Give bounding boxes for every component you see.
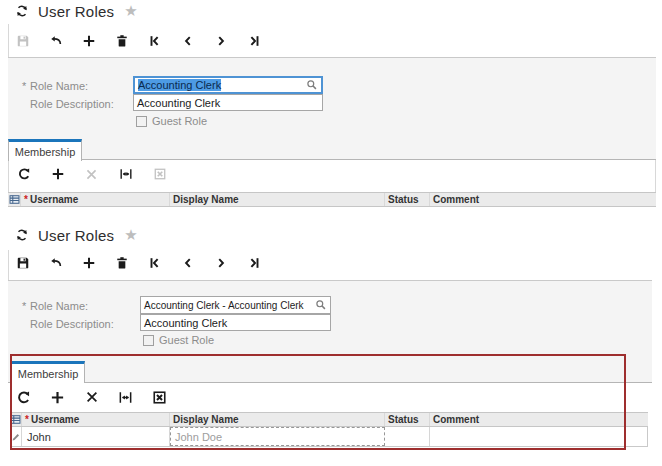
role-description-label: Role Description: xyxy=(30,318,114,330)
refresh-icon[interactable] xyxy=(15,4,29,18)
page-title-row: User Roles ★ xyxy=(15,3,138,19)
magnifier-icon[interactable] xyxy=(306,79,318,91)
cell-username[interactable]: John xyxy=(22,427,170,446)
role-description-input[interactable]: Accounting Clerk xyxy=(133,94,323,111)
delete-icon[interactable] xyxy=(114,34,129,49)
grid-export-excel-icon[interactable] xyxy=(152,390,167,405)
col-header-display-name[interactable]: Display Name xyxy=(170,193,385,206)
insert-icon[interactable] xyxy=(81,34,96,49)
role-name-selected-text: Accounting Clerk xyxy=(138,79,221,91)
col-header-comment[interactable]: Comment xyxy=(430,413,648,426)
save-icon[interactable] xyxy=(15,256,30,271)
favorite-star-icon[interactable]: ★ xyxy=(124,4,137,18)
tab-membership[interactable]: Membership xyxy=(11,361,85,383)
grid-delete-row-icon[interactable] xyxy=(84,390,99,405)
table-row: John John Doe xyxy=(10,427,648,447)
main-toolbar xyxy=(15,255,279,271)
screen: User Roles ★ xyxy=(0,0,662,466)
go-previous-icon[interactable] xyxy=(180,256,195,271)
col-header-username[interactable]: *Username xyxy=(21,193,170,206)
grid-add-row-icon[interactable] xyxy=(50,167,65,182)
panel-before: User Roles ★ xyxy=(0,0,662,215)
go-first-icon[interactable] xyxy=(147,256,162,271)
grid-delete-row-icon[interactable] xyxy=(84,167,99,182)
grid-header: *Username Display Name Status Comment xyxy=(8,192,656,207)
grid-selector-icon xyxy=(9,194,20,205)
grid-refresh-icon[interactable] xyxy=(16,167,31,182)
grid-export-excel-icon[interactable] xyxy=(152,167,167,182)
role-name-label: *Role Name: xyxy=(22,80,88,92)
role-description-label: Role Description: xyxy=(30,98,114,110)
go-last-icon[interactable] xyxy=(246,34,261,49)
grid-add-row-icon[interactable] xyxy=(50,390,65,405)
role-name-label: *Role Name: xyxy=(22,300,88,312)
undo-icon[interactable] xyxy=(48,256,63,271)
go-next-icon[interactable] xyxy=(213,34,228,49)
role-name-input[interactable]: Accounting Clerk xyxy=(133,76,323,94)
save-icon[interactable] xyxy=(15,34,30,49)
page-title: User Roles xyxy=(38,227,114,244)
col-header-comment[interactable]: Comment xyxy=(430,193,656,206)
go-first-icon[interactable] xyxy=(147,34,162,49)
insert-icon[interactable] xyxy=(81,256,96,271)
pencil-icon xyxy=(11,432,21,442)
delete-icon[interactable] xyxy=(114,256,129,271)
go-previous-icon[interactable] xyxy=(180,34,195,49)
role-description-input[interactable]: Accounting Clerk xyxy=(140,314,331,331)
row-selector-header[interactable] xyxy=(10,413,22,426)
grid-selector-icon xyxy=(10,414,21,425)
go-last-icon[interactable] xyxy=(246,256,261,271)
col-header-username[interactable]: *Username xyxy=(22,413,170,426)
cell-status[interactable] xyxy=(385,427,430,446)
magnifier-icon[interactable] xyxy=(315,299,327,311)
go-next-icon[interactable] xyxy=(213,256,228,271)
guest-role-field: Guest Role xyxy=(136,115,207,127)
col-header-status[interactable]: Status xyxy=(385,193,430,206)
guest-role-checkbox[interactable] xyxy=(143,335,154,346)
cell-comment[interactable] xyxy=(430,427,648,446)
page-title-row: User Roles ★ xyxy=(15,227,138,243)
role-name-input[interactable]: Accounting Clerk - Accounting Clerk xyxy=(140,296,331,314)
undo-icon[interactable] xyxy=(48,34,63,49)
guest-role-label: Guest Role xyxy=(159,334,214,346)
guest-role-label: Guest Role xyxy=(152,115,207,127)
panel-after: User Roles ★ xyxy=(0,224,662,466)
grid-toolbar xyxy=(16,166,186,182)
grid-fit-width-icon[interactable] xyxy=(118,167,133,182)
page-title: User Roles xyxy=(38,3,114,20)
tab-membership[interactable]: Membership xyxy=(8,139,82,161)
refresh-icon[interactable] xyxy=(15,228,29,242)
grid-toolbar xyxy=(16,388,186,406)
guest-role-checkbox[interactable] xyxy=(136,116,147,127)
row-selector-cell[interactable] xyxy=(10,427,22,446)
col-header-display-name[interactable]: Display Name xyxy=(170,413,385,426)
favorite-star-icon[interactable]: ★ xyxy=(124,228,137,242)
row-selector-header[interactable] xyxy=(8,193,21,206)
col-header-status[interactable]: Status xyxy=(385,413,430,426)
grid-refresh-icon[interactable] xyxy=(16,390,31,405)
cell-display-name[interactable]: John Doe xyxy=(170,427,385,446)
main-toolbar xyxy=(15,33,279,49)
guest-role-field: Guest Role xyxy=(143,334,214,346)
grid-header: *Username Display Name Status Comment xyxy=(10,412,648,427)
grid-fit-width-icon[interactable] xyxy=(118,390,133,405)
